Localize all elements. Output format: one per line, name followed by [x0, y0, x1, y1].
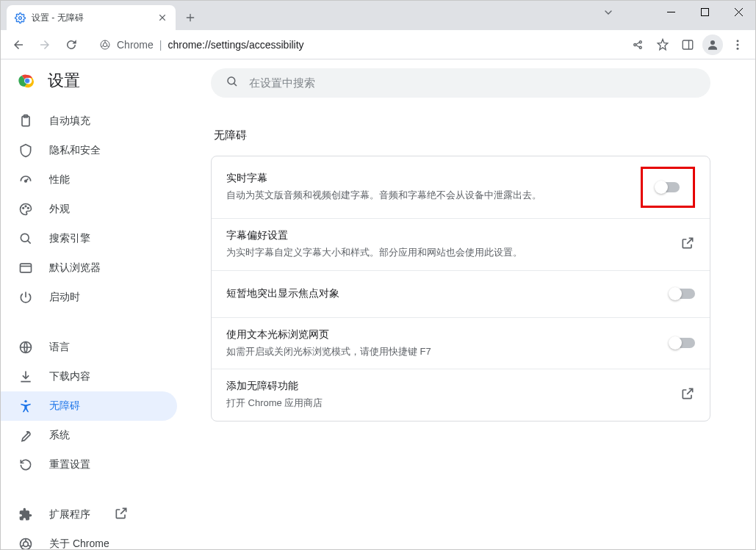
window-controls [654, 1, 755, 23]
section-title: 无障碍 [214, 129, 738, 142]
person-icon [702, 35, 723, 55]
sidebar-item-privacy[interactable]: 隐私和安全 [1, 136, 177, 165]
row-desc: 为实时字幕自定义字幕大小和样式。部分应用和网站也会使用此设置。 [226, 245, 680, 260]
settings-sidebar[interactable]: 自动填充 隐私和安全 性能 外观 搜索引擎 默认浏览器 启动时 语言 下载内容 … [1, 102, 190, 549]
row-live-caption: 实时字幕 自动为英文版音频和视频创建字幕。音频和字幕绝不会从设备中泄露出去。 [212, 156, 710, 218]
external-link-icon [114, 506, 129, 524]
row-add-accessibility[interactable]: 添加无障碍功能 打开 Chrome 应用商店 [212, 369, 710, 421]
sidebar-item-appearance[interactable]: 外观 [1, 195, 177, 224]
sidebar-item-extensions[interactable]: 扩展程序 [1, 500, 177, 529]
speed-icon [18, 173, 33, 187]
row-title: 使用文本光标浏览网页 [226, 328, 670, 341]
address-bar[interactable]: Chrome | chrome://settings/accessibility [90, 34, 619, 56]
row-title: 添加无障碍功能 [226, 380, 680, 393]
sidebar-item-downloads[interactable]: 下载内容 [1, 362, 177, 391]
side-panel-button[interactable] [676, 33, 699, 57]
chrome-site-icon [99, 39, 111, 51]
accessibility-icon [18, 399, 33, 413]
svg-point-21 [24, 400, 26, 402]
close-tab-button[interactable] [156, 12, 168, 23]
svg-point-5 [710, 40, 715, 45]
sidebar-item-accessibility[interactable]: 无障碍 [1, 391, 177, 421]
svg-point-17 [28, 208, 29, 209]
minimize-button[interactable] [654, 1, 688, 23]
search-icon [226, 75, 239, 91]
reload-button[interactable] [60, 33, 83, 57]
row-desc: 如需开启或关闭光标浏览模式，请使用快捷键 F7 [226, 344, 670, 359]
toggle-live-caption[interactable] [656, 182, 680, 192]
chrome-menu-button[interactable] [726, 33, 749, 57]
row-caret-browsing: 使用文本光标浏览网页 如需开启或关闭光标浏览模式，请使用快捷键 F7 [212, 317, 710, 369]
row-title: 实时字幕 [226, 172, 641, 185]
external-link-icon [680, 236, 695, 253]
browser-tab-strip: 设置 - 无障碍 [1, 1, 755, 30]
settings-page: 设置 自动填充 隐私和安全 性能 外观 搜索引擎 默认浏览器 启动时 语言 下载… [1, 59, 755, 549]
toggle-caret-browsing[interactable] [670, 338, 695, 348]
svg-point-16 [25, 206, 26, 207]
extension-icon [18, 507, 33, 522]
power-icon [18, 290, 33, 305]
sidebar-item-languages[interactable]: 语言 [1, 333, 177, 362]
svg-point-8 [737, 47, 739, 49]
svg-rect-19 [21, 264, 32, 272]
toggle-focus-highlight[interactable] [670, 289, 695, 299]
page-title: 设置 [48, 70, 80, 92]
sidebar-item-reset[interactable]: 重置设置 [1, 450, 177, 480]
tab-search-button[interactable] [597, 5, 620, 20]
svg-point-7 [737, 43, 739, 46]
browser-tab[interactable]: 设置 - 无障碍 [7, 5, 176, 30]
svg-point-0 [18, 16, 21, 19]
settings-main-content: 无障碍 实时字幕 自动为英文版音频和视频创建字幕。音频和字幕绝不会从设备中泄露出… [190, 59, 755, 549]
row-desc: 打开 Chrome 应用商店 [226, 396, 680, 410]
svg-rect-1 [701, 8, 708, 15]
clipboard-icon [18, 114, 33, 129]
shield-icon [18, 143, 33, 158]
sidebar-item-autofill[interactable]: 自动填充 [1, 106, 177, 136]
browser-toolbar: Chrome | chrome://settings/accessibility [1, 30, 755, 59]
bookmark-button[interactable] [651, 33, 674, 57]
svg-rect-4 [683, 40, 693, 49]
row-caption-preferences[interactable]: 字幕偏好设置 为实时字幕自定义字幕大小和样式。部分应用和网站也会使用此设置。 [212, 218, 710, 270]
row-focus-highlight: 短暂地突出显示焦点对象 [212, 270, 710, 317]
maximize-button[interactable] [688, 1, 721, 23]
sidebar-item-system[interactable]: 系统 [1, 421, 177, 450]
wrench-icon [18, 428, 33, 443]
sidebar-item-search-engine[interactable]: 搜索引擎 [1, 224, 177, 253]
svg-point-14 [25, 180, 27, 182]
sidebar-item-about[interactable]: 关于 Chrome [1, 529, 177, 549]
new-tab-button[interactable] [180, 7, 201, 28]
share-button[interactable] [626, 33, 649, 57]
settings-header: 设置 [1, 59, 190, 102]
palette-icon [18, 202, 33, 217]
highlight-annotation [641, 167, 695, 208]
sidebar-item-default-browser[interactable]: 默认浏览器 [1, 253, 177, 283]
url-text: Chrome | chrome://settings/accessibility [117, 39, 304, 51]
svg-point-23 [24, 542, 29, 547]
reset-icon [18, 457, 33, 472]
settings-search-input[interactable] [249, 77, 696, 89]
chrome-icon [18, 537, 33, 549]
row-desc: 自动为英文版音频和视频创建字幕。音频和字幕绝不会从设备中泄露出去。 [226, 188, 641, 203]
globe-icon [18, 340, 33, 355]
accessibility-card: 实时字幕 自动为英文版音频和视频创建字幕。音频和字幕绝不会从设备中泄露出去。 字… [211, 156, 710, 421]
profile-button[interactable] [701, 33, 724, 57]
row-title: 短暂地突出显示焦点对象 [226, 287, 670, 300]
browser-icon [18, 261, 33, 275]
sidebar-item-on-startup[interactable]: 启动时 [1, 283, 177, 312]
chrome-logo-icon [18, 72, 36, 90]
svg-point-15 [23, 208, 24, 209]
back-button[interactable] [7, 33, 30, 57]
sidebar-item-performance[interactable]: 性能 [1, 165, 177, 195]
close-window-button[interactable] [721, 1, 755, 23]
gear-icon [14, 12, 26, 23]
settings-search[interactable] [211, 68, 710, 98]
tab-title: 设置 - 无障碍 [32, 12, 151, 24]
search-icon [18, 231, 33, 246]
row-title: 字幕偏好设置 [226, 229, 680, 242]
external-link-icon [680, 386, 695, 404]
download-icon [18, 369, 33, 384]
forward-button[interactable] [33, 33, 57, 57]
svg-point-3 [103, 43, 107, 46]
svg-point-6 [737, 40, 739, 42]
